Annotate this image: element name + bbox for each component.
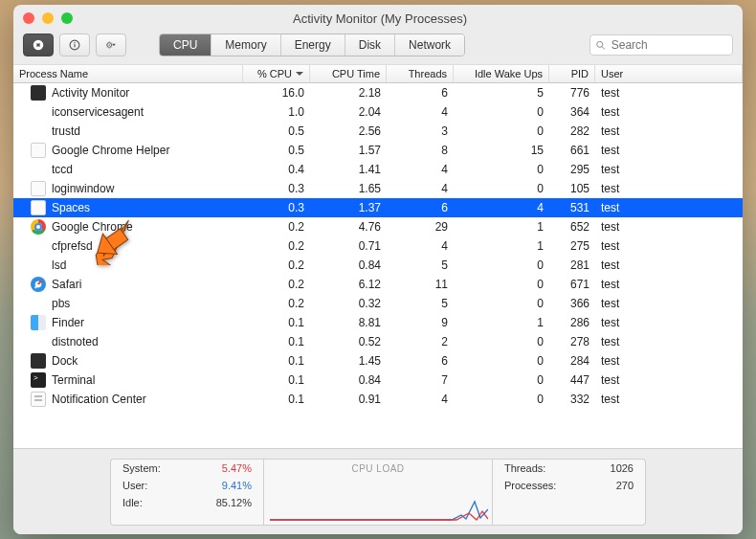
cell-time: 2.04 <box>310 105 387 119</box>
cell-idle: 0 <box>454 373 549 387</box>
tab-network[interactable]: Network <box>395 34 464 56</box>
process-icon <box>31 124 46 139</box>
header-threads[interactable]: Threads <box>387 65 454 82</box>
cell-cpu: 0.2 <box>243 297 310 310</box>
process-icon <box>31 200 46 215</box>
system-value: 5.47% <box>222 462 252 474</box>
cell-time: 0.91 <box>310 393 387 406</box>
process-icon <box>31 162 46 177</box>
header-pid[interactable]: PID <box>549 65 595 82</box>
cell-time: 0.52 <box>310 335 387 348</box>
cell-user: test <box>595 373 743 387</box>
table-row[interactable]: Dock0.11.4560284test <box>13 351 743 371</box>
table-row[interactable]: trustd0.52.5630282test <box>13 122 743 141</box>
table-row[interactable]: distnoted0.10.5220278test <box>13 332 743 351</box>
table-row[interactable]: Google Chrome Helper0.51.57815661test <box>13 141 743 160</box>
cpu-load-label: CPU LOAD <box>264 460 492 474</box>
header-idle-wakeups[interactable]: Idle Wake Ups <box>454 65 549 82</box>
process-icon <box>31 353 46 369</box>
process-name: Google Chrome Helper <box>52 144 169 157</box>
header-percent-cpu[interactable]: % CPU <box>243 65 310 82</box>
cell-user: test <box>595 124 743 138</box>
cell-threads: 29 <box>387 220 454 234</box>
search-input[interactable] <box>611 38 726 52</box>
cell-idle: 5 <box>454 86 549 100</box>
cell-user: test <box>595 144 743 157</box>
cell-cpu: 0.2 <box>243 258 310 272</box>
header-user[interactable]: User <box>595 65 743 82</box>
info-icon <box>69 39 80 51</box>
cell-idle: 0 <box>454 393 549 406</box>
user-value: 9.41% <box>222 480 252 491</box>
stop-process-button[interactable] <box>23 34 54 56</box>
cell-user: test <box>595 354 743 368</box>
cell-time: 0.71 <box>310 239 387 253</box>
cell-idle: 0 <box>454 163 549 176</box>
cell-time: 0.84 <box>310 373 387 387</box>
table-row[interactable]: iconservicesagent1.02.0440364test <box>13 102 743 122</box>
process-icon <box>31 104 46 120</box>
table-row[interactable]: cfprefsd0.20.7141275test <box>13 236 743 256</box>
cell-threads: 6 <box>387 354 454 368</box>
cell-idle: 0 <box>454 354 549 368</box>
table-row[interactable]: Spaces0.31.3764531test <box>13 198 743 217</box>
counts-panel: Threads:1026 Processes:270 <box>493 459 646 526</box>
process-list[interactable]: Activity Monitor16.02.1865776testiconser… <box>13 83 743 448</box>
cell-idle: 0 <box>454 124 549 138</box>
cell-cpu: 0.1 <box>243 316 310 329</box>
cell-cpu: 0.1 <box>243 335 310 348</box>
cell-time: 1.65 <box>310 182 387 195</box>
tab-cpu[interactable]: CPU <box>160 34 211 56</box>
process-name: loginwindow <box>52 182 114 195</box>
options-menu-button[interactable] <box>96 34 126 56</box>
table-row[interactable]: Notification Center0.10.9140332test <box>13 390 743 409</box>
tab-disk[interactable]: Disk <box>345 34 395 56</box>
table-row[interactable]: Google Chrome0.24.76291652test <box>13 217 743 236</box>
header-cpu-time[interactable]: CPU Time <box>310 65 387 82</box>
table-row[interactable]: loginwindow0.31.6540105test <box>13 179 743 198</box>
tab-energy[interactable]: Energy <box>281 34 345 56</box>
svg-point-7 <box>108 44 109 45</box>
process-icon <box>31 315 46 330</box>
table-row[interactable]: tccd0.41.4140295test <box>13 160 743 179</box>
process-name: pbs <box>52 297 70 310</box>
table-row[interactable]: lsd0.20.8450281test <box>13 256 743 275</box>
process-name: Dock <box>52 354 78 368</box>
table-row[interactable]: pbs0.20.3250366test <box>13 294 743 313</box>
cell-threads: 4 <box>387 105 454 119</box>
search-icon <box>596 40 606 51</box>
cell-idle: 4 <box>454 201 549 214</box>
cell-pid: 278 <box>549 335 595 348</box>
tab-memory[interactable]: Memory <box>211 34 280 56</box>
process-name: distnoted <box>52 335 99 348</box>
cell-pid: 332 <box>549 393 595 406</box>
cell-threads: 8 <box>387 144 454 157</box>
cell-cpu: 16.0 <box>243 86 310 100</box>
cell-user: test <box>595 239 743 253</box>
cell-pid: 447 <box>549 373 595 387</box>
process-icon <box>31 238 46 254</box>
process-name: trustd <box>52 124 80 138</box>
cell-cpu: 0.2 <box>243 278 310 291</box>
table-row[interactable]: Terminal0.10.8470447test <box>13 371 743 390</box>
cell-idle: 1 <box>454 239 549 253</box>
table-row[interactable]: Activity Monitor16.02.1865776test <box>13 83 743 102</box>
cell-user: test <box>595 393 743 406</box>
cell-time: 0.32 <box>310 297 387 310</box>
table-row[interactable]: Finder0.18.8191286test <box>13 313 743 332</box>
system-label: System: <box>122 462 161 474</box>
cell-user: test <box>595 316 743 329</box>
cell-user: test <box>595 297 743 310</box>
process-icon <box>31 181 46 196</box>
idle-value: 85.12% <box>216 497 252 508</box>
cell-idle: 0 <box>454 297 549 310</box>
table-row[interactable]: Safari0.26.12110671test <box>13 275 743 294</box>
inspect-process-button[interactable] <box>59 34 90 56</box>
cell-time: 2.18 <box>310 86 387 100</box>
cell-time: 4.76 <box>310 220 387 234</box>
cell-cpu: 0.4 <box>243 163 310 176</box>
cell-cpu: 0.5 <box>243 124 310 138</box>
header-process-name[interactable]: Process Name <box>13 65 243 82</box>
cell-pid: 295 <box>549 163 595 176</box>
process-name: iconservicesagent <box>52 105 144 119</box>
